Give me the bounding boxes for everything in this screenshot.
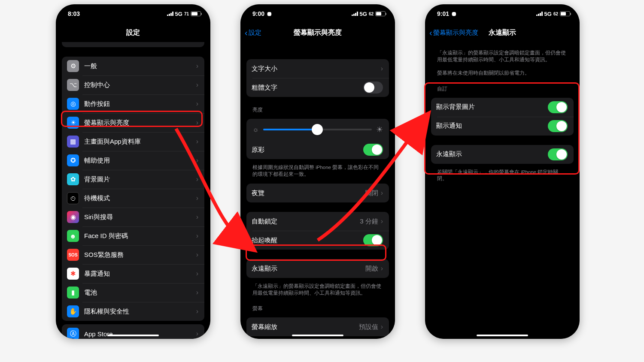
row-sos[interactable]: SOS SOS緊急服務 › (62, 245, 204, 264)
faceid-icon: ☻ (67, 230, 79, 242)
row-app-store[interactable]: Ⓐ App Store › (62, 324, 204, 339)
always-on-off-footer: 若關閉「永遠顯示」，你的螢幕會在 iPhone 鎖定時關閉。 (425, 167, 580, 185)
status-bar: 9:00 ⏺ 5G 62 (240, 4, 395, 23)
true-tone-toggle[interactable] (363, 144, 383, 156)
chevron-right-icon: › (196, 194, 198, 202)
row-label: 動作按鈕 (84, 100, 196, 108)
chevron-right-icon: › (381, 217, 383, 225)
row-label: 抬起喚醒 (252, 236, 363, 244)
row-text-size[interactable]: 文字大小 › (246, 59, 389, 78)
brightness-slider-row: ☼ ☀ (246, 119, 389, 140)
row-value: 3 分鐘 (360, 217, 378, 226)
back-label: 設定 (249, 29, 261, 37)
siri-icon: ◉ (67, 211, 79, 223)
chevron-right-icon: › (196, 270, 198, 278)
gear-icon: ⚙ (67, 60, 79, 72)
status-bar: 8:03 5G 71 (56, 4, 210, 23)
row-label: 螢幕縮放 (252, 323, 359, 331)
back-button[interactable]: ‹ 設定 (245, 28, 261, 37)
toggles-icon: ⌥ (67, 79, 79, 91)
row-display-brightness[interactable]: ☀ 螢幕顯示與亮度 › (62, 113, 204, 132)
row-show-wallpaper[interactable]: 顯示背景圖片 (431, 98, 574, 117)
home-indicator[interactable] (292, 335, 343, 336)
status-right: 5G 62 (536, 11, 570, 17)
always-on-toggle[interactable] (548, 148, 568, 160)
brightness-slider[interactable] (263, 129, 372, 130)
row-display-zoom[interactable]: 螢幕縮放 預設值 › (246, 317, 389, 336)
network-label: 5G (544, 11, 552, 17)
row-control-center[interactable]: ⌥ 控制中心 › (62, 75, 204, 94)
chevron-right-icon: › (196, 308, 198, 315)
row-auto-lock[interactable]: 自動鎖定 3 分鐘 › (246, 212, 389, 231)
row-label: 永遠顯示 (436, 150, 548, 158)
row-action-button[interactable]: ◎ 動作按鈕 › (62, 94, 204, 113)
row-label: 夜覽 (252, 189, 365, 197)
row-always-on[interactable]: 永遠顯示 開啟 › (246, 259, 389, 278)
row-standby[interactable]: ⏲ 待機模式 › (62, 189, 204, 208)
nav-header: ‹ 設定 螢幕顯示與亮度 (240, 23, 395, 42)
chevron-right-icon: › (381, 65, 383, 72)
action-button-icon: ◎ (67, 98, 79, 110)
row-battery[interactable]: ▮ 電池 › (62, 283, 204, 302)
row-always-on-master[interactable]: 永遠顯示 (431, 145, 574, 164)
chevron-right-icon: › (196, 232, 198, 240)
row-label: SOS緊急服務 (84, 251, 196, 259)
row-show-notifications[interactable]: 顯示通知 (431, 117, 574, 136)
back-button[interactable]: ‹ 螢幕顯示與亮度 (429, 28, 478, 37)
row-home-app-library[interactable]: ▦ 主畫面與App資料庫 › (62, 132, 204, 151)
nav-header: 設定 (56, 23, 210, 42)
row-accessibility[interactable]: ✪ 輔助使用 › (62, 151, 204, 170)
row-faceid-passcode[interactable]: ☻ Face ID 與密碼 › (62, 226, 204, 245)
chevron-right-icon: › (196, 100, 198, 108)
chevron-right-icon: › (196, 138, 198, 145)
phone-settings: 8:03 5G 71 設定 ⚙ 一般 › ⌥ 控制中心 (56, 4, 210, 339)
row-raise-to-wake[interactable]: 抬起喚醒 (246, 231, 389, 250)
phone-always-on: 9:01 ⏺ 5G 62 ‹ 螢幕顯示與亮度 永遠顯示 「永遠顯示」的螢幕顯示設… (425, 4, 580, 339)
battery-icon (560, 11, 570, 16)
display-content[interactable]: 文字大小 › 粗體文字 亮度 ☼ ☀ (240, 42, 395, 339)
row-night-shift[interactable]: 夜覽 關閉 › (246, 184, 389, 202)
row-exposure-notification[interactable]: ✱ 暴露通知 › (62, 264, 204, 283)
row-bold-text[interactable]: 粗體文字 (246, 78, 389, 97)
row-privacy[interactable]: ✋ 隱私權與安全性 › (62, 302, 204, 321)
appstore-icon: Ⓐ (67, 328, 79, 339)
row-label: 電池 (84, 289, 196, 297)
row-wallpaper[interactable]: ✿ 背景圖片 › (62, 170, 204, 189)
row-label: 永遠顯示 (252, 265, 365, 273)
show-wallpaper-toggle[interactable] (548, 101, 568, 113)
page-title: 設定 (126, 28, 140, 37)
row-siri-search[interactable]: ◉ Siri與搜尋 › (62, 208, 204, 226)
status-right: 5G 71 (167, 11, 201, 17)
truncated-group (62, 42, 204, 47)
row-label: 控制中心 (84, 81, 196, 89)
sun-large-icon: ☀ (376, 125, 383, 134)
settings-content[interactable]: ⚙ 一般 › ⌥ 控制中心 › ◎ 動作按鈕 › ☀ 螢幕顯示與亮度 › (56, 42, 210, 339)
status-time: 8:03 (68, 10, 80, 17)
chevron-right-icon: › (381, 265, 383, 272)
display-icon: ☀ (67, 117, 79, 129)
status-bar: 9:01 ⏺ 5G 62 (425, 4, 580, 23)
phone-display-brightness: 9:00 ⏺ 5G 62 ‹ 設定 螢幕顯示與亮度 文字大小 › (240, 4, 395, 339)
battery-text: 62 (369, 12, 374, 16)
sun-small-icon: ☼ (252, 126, 259, 133)
raise-wake-toggle[interactable] (363, 234, 383, 246)
alwayson-content[interactable]: 「永遠顯示」的螢幕顯示設定會調暗鎖定畫面，但仍會使用最低電量持續顯示時間、小工具… (425, 42, 580, 339)
home-indicator[interactable] (107, 335, 159, 336)
battery-text: 71 (184, 12, 189, 16)
chevron-right-icon: › (196, 81, 198, 89)
row-true-tone[interactable]: 原彩 (246, 140, 389, 159)
bold-text-toggle[interactable] (363, 81, 383, 94)
row-label: 暴露通知 (84, 270, 196, 278)
hand-icon: ✋ (67, 305, 79, 317)
show-notifications-toggle[interactable] (548, 120, 568, 132)
standby-icon: ⏲ (67, 192, 79, 204)
row-value: 開啟 (365, 265, 378, 273)
section-header-custom: 自訂 (425, 79, 580, 94)
exposure-icon: ✱ (67, 268, 79, 280)
home-indicator[interactable] (477, 335, 528, 336)
chevron-right-icon: › (196, 251, 198, 259)
chevron-right-icon: › (196, 330, 198, 338)
row-general[interactable]: ⚙ 一般 › (62, 57, 204, 75)
chevron-left-icon: ‹ (245, 28, 248, 37)
chevron-right-icon: › (196, 157, 198, 164)
